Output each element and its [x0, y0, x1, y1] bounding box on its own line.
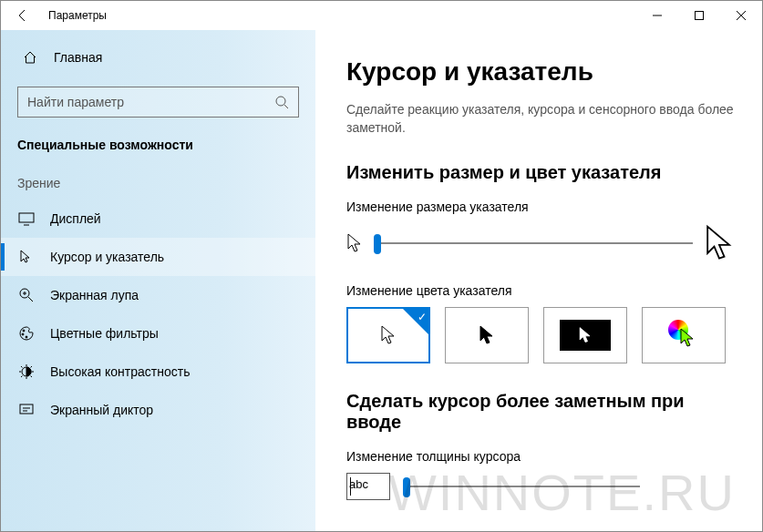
main-content: Курсор и указатель Сделайте реакцию указ…	[315, 30, 762, 531]
page-description: Сделайте реакцию указателя, курсора и се…	[346, 101, 735, 137]
section-cursor-visible: Сделать курсор более заметным при вводе	[346, 391, 735, 433]
minimize-button[interactable]	[636, 1, 678, 30]
pointer-color-white[interactable]: ✓	[346, 307, 430, 363]
section-size-color: Изменить размер и цвет указателя	[346, 162, 735, 183]
svg-point-13	[22, 333, 24, 335]
sidebar: Главная Найти параметр Специальные возмо…	[1, 30, 315, 531]
sidebar-item-label: Экранный диктор	[50, 403, 153, 417]
cursor-icon	[17, 248, 36, 266]
pointer-size-slider[interactable]	[374, 242, 693, 244]
group-label: Зрение	[1, 169, 315, 200]
search-input[interactable]: Найти параметр	[17, 87, 299, 118]
svg-line-9	[28, 297, 33, 302]
cursor-large-icon	[704, 223, 735, 263]
category-heading: Специальные возможности	[1, 130, 315, 169]
sidebar-item-colorfilters[interactable]: Цветные фильтры	[1, 314, 315, 353]
window-title: Параметры	[45, 9, 107, 22]
maximize-button[interactable]	[678, 1, 720, 30]
thickness-preview: abc	[346, 473, 390, 500]
pointer-color-inverted[interactable]	[543, 307, 627, 363]
home-label: Главная	[54, 50, 102, 65]
pointer-color-label: Изменение цвета указателя	[346, 283, 735, 298]
svg-rect-1	[696, 12, 704, 20]
close-button[interactable]	[720, 1, 762, 30]
sidebar-item-display[interactable]: Дисплей	[1, 200, 315, 238]
sidebar-item-label: Цветные фильтры	[50, 326, 159, 341]
svg-rect-24	[20, 404, 33, 414]
svg-point-4	[276, 97, 285, 106]
svg-rect-6	[19, 213, 34, 222]
svg-point-14	[26, 336, 27, 338]
slider-thumb[interactable]	[403, 477, 410, 497]
svg-line-23	[31, 366, 33, 368]
sidebar-item-label: Высокая контрастность	[50, 364, 190, 379]
display-icon	[17, 210, 36, 228]
sidebar-item-label: Экранная лупа	[50, 288, 139, 302]
sidebar-item-magnifier[interactable]: Экранная лупа	[1, 276, 315, 314]
cursor-small-icon	[346, 232, 363, 254]
narrator-icon	[17, 401, 36, 419]
svg-line-21	[31, 376, 33, 378]
home-link[interactable]: Главная	[1, 39, 315, 76]
pointer-color-custom[interactable]	[642, 307, 726, 363]
svg-line-20	[21, 366, 23, 368]
sidebar-item-cursor[interactable]: Курсор и указатель	[1, 238, 315, 276]
sidebar-item-label: Дисплей	[50, 211, 101, 226]
home-icon	[21, 48, 39, 66]
check-icon: ✓	[418, 311, 427, 323]
back-button[interactable]	[1, 1, 45, 30]
cursor-thickness-label: Изменение толщины курсора	[346, 449, 735, 464]
svg-line-5	[284, 105, 288, 108]
slider-thumb[interactable]	[374, 234, 381, 254]
pointer-size-label: Изменение размера указателя	[346, 200, 735, 214]
palette-icon	[17, 324, 36, 343]
search-placeholder: Найти параметр	[27, 95, 274, 109]
sidebar-item-narrator[interactable]: Экранный диктор	[1, 391, 315, 429]
cursor-thickness-slider[interactable]	[403, 486, 640, 487]
contrast-icon	[17, 363, 36, 381]
sidebar-item-highcontrast[interactable]: Высокая контрастность	[1, 353, 315, 391]
magnifier-icon	[17, 286, 36, 304]
svg-point-12	[23, 330, 25, 332]
sidebar-item-label: Курсор и указатель	[50, 250, 164, 264]
page-title: Курсор и указатель	[346, 57, 735, 87]
svg-line-22	[21, 376, 23, 378]
pointer-color-black[interactable]	[445, 307, 529, 363]
search-icon	[274, 95, 289, 109]
